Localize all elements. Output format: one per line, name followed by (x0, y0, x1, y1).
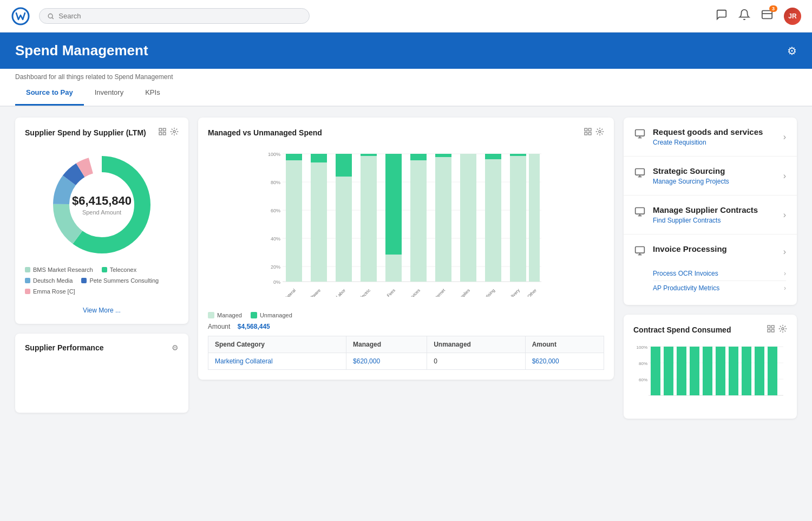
qa-content-request: Request goods and services Create Requis… (653, 127, 776, 146)
qa-subtitle-ap[interactable]: AP Productivity Metrics (653, 284, 719, 292)
svg-text:Advertising: Advertising (477, 288, 496, 297)
managed-spend-title: Managed vs Unmanaged Spend (208, 128, 322, 137)
legend-teleconex: Teleconex (102, 266, 137, 273)
qa-request-goods[interactable]: Request goods and services Create Requis… (624, 118, 797, 157)
svg-rect-3 (159, 128, 162, 131)
svg-rect-70 (636, 247, 645, 253)
qa-icon-invoice (634, 245, 645, 259)
svg-rect-15 (585, 132, 587, 135)
qa-subtitle-contracts[interactable]: Find Supplier Contracts (653, 217, 776, 224)
svg-rect-47 (510, 156, 526, 282)
svg-rect-45 (485, 159, 501, 282)
supplier-performance-card: Supplier Performance ⚙ (15, 334, 188, 413)
svg-text:Office Supplies: Office Supplies (447, 288, 471, 297)
svg-text:Gas & Electric: Gas & Electric (349, 288, 371, 297)
supplier-perf-settings-icon[interactable]: ⚙ (172, 343, 179, 352)
legend-dot-bms (25, 267, 30, 272)
svg-rect-42 (435, 157, 451, 282)
svg-rect-32 (311, 162, 327, 282)
svg-rect-60 (529, 154, 540, 282)
managed-settings-icon[interactable] (595, 127, 604, 138)
svg-rect-33 (311, 154, 327, 162)
qa-strategic-sourcing[interactable]: Strategic Sourcing Manage Sourcing Proje… (624, 157, 797, 196)
svg-rect-36 (361, 156, 377, 282)
qa-invoice-processing[interactable]: Invoice Processing › Process OCR Invoice… (624, 235, 797, 305)
inbox-icon[interactable]: 3 (761, 9, 773, 23)
bell-icon[interactable] (738, 9, 750, 23)
svg-text:Marketing Collateral: Marketing Collateral (266, 288, 297, 297)
qa-title-invoice: Invoice Processing (653, 244, 776, 253)
legend-label-bms: BMS Market Research (33, 266, 93, 273)
page-title: Spend Management (15, 42, 148, 59)
page-description: Dashboard for all things related to Spen… (0, 69, 812, 81)
row-amount: $620,000 (525, 353, 604, 370)
tab-kpis[interactable]: KPIs (134, 81, 171, 106)
tab-inventory[interactable]: Inventory (84, 81, 134, 106)
legend-managed: Managed (208, 312, 242, 318)
legend-label-deutsch: Deutsch Media (33, 277, 73, 284)
col-managed: Managed (346, 336, 427, 353)
svg-rect-14 (588, 128, 591, 131)
qa-title-request: Request goods and services (653, 127, 776, 136)
qa-subtitle-ocr[interactable]: Process OCR Invoices (653, 270, 718, 277)
qa-title-contracts: Manage Supplier Contracts (653, 205, 776, 214)
chart-icon[interactable] (158, 127, 167, 138)
legend-emma: Emma Rose [C] (25, 288, 75, 295)
page-header: Spend Management ⚙ (0, 32, 812, 69)
svg-rect-91 (729, 347, 738, 395)
svg-rect-34 (336, 177, 352, 282)
legend-label-unmanaged: Unmanaged (260, 312, 292, 318)
svg-rect-87 (677, 347, 686, 395)
qa-arrow-request: › (783, 132, 786, 142)
table-row: Marketing Collateral $620,000 0 $620,000 (208, 353, 604, 370)
svg-rect-4 (163, 128, 166, 131)
svg-rect-13 (585, 128, 587, 131)
view-more-button[interactable]: View More ... (25, 307, 179, 314)
tab-source-to-pay[interactable]: Source to Pay (15, 81, 84, 106)
contract-spend-svg: 100% 80% 60% (633, 342, 787, 407)
main-content: Supplier Spend by Supplier (LTM) (0, 107, 812, 429)
svg-text:80%: 80% (271, 180, 280, 185)
svg-text:60%: 60% (639, 377, 647, 382)
donut-amount: $6,415,840 (72, 194, 132, 208)
search-input[interactable] (58, 12, 302, 20)
svg-rect-86 (664, 347, 673, 395)
managed-spend-legend: Managed Unmanaged (208, 312, 604, 318)
svg-point-7 (173, 131, 175, 133)
top-navigation: 3 JR (0, 0, 812, 32)
chat-icon[interactable] (716, 9, 728, 23)
row-category[interactable]: Marketing Collateral (208, 353, 346, 370)
svg-rect-74 (771, 325, 774, 328)
settings-icon-card[interactable] (170, 127, 179, 138)
card-action-icons (158, 127, 179, 138)
donut-wrapper: $6,415,840 Spend Amount (48, 151, 156, 259)
qa-subtitle-request[interactable]: Create Requisition (653, 139, 776, 146)
svg-rect-5 (159, 132, 162, 135)
qa-subtitle-sourcing[interactable]: Manage Sourcing Projects (653, 178, 776, 185)
svg-line-1 (52, 17, 53, 18)
svg-point-17 (599, 131, 601, 133)
svg-rect-90 (716, 347, 725, 395)
legend-label-managed: Managed (217, 312, 242, 318)
svg-text:Janitorial Services: Janitorial Services (393, 288, 421, 297)
legend-dot-pete (81, 278, 87, 283)
managed-chart-icon[interactable] (584, 127, 592, 138)
qa-supplier-contracts[interactable]: Manage Supplier Contracts Find Supplier … (624, 196, 797, 235)
contract-settings-icon[interactable] (778, 324, 787, 335)
col-amount: Amount (525, 336, 604, 353)
contract-chart-icon[interactable] (767, 324, 775, 335)
search-bar[interactable] (39, 8, 310, 24)
qa-arrow-sourcing: › (783, 171, 786, 181)
legend-dot-teleconex (102, 267, 107, 272)
avatar[interactable]: JR (784, 8, 801, 25)
contract-spend-title: Contract Spend Consumed (633, 325, 731, 334)
left-column: Supplier Spend by Supplier (LTM) (15, 118, 188, 419)
col-category: Spend Category (208, 336, 346, 353)
settings-icon[interactable]: ⚙ (787, 44, 797, 57)
svg-rect-44 (460, 154, 476, 282)
svg-point-0 (48, 14, 53, 18)
tab-bar: Source to Pay Inventory KPIs (0, 81, 812, 106)
bar-chart-container: 100% 80% 60% 40% 20% 0% (208, 145, 604, 308)
table-header-row: Spend Category Managed Unmanaged Amount (208, 336, 604, 353)
qa-icon-contracts (634, 206, 645, 220)
